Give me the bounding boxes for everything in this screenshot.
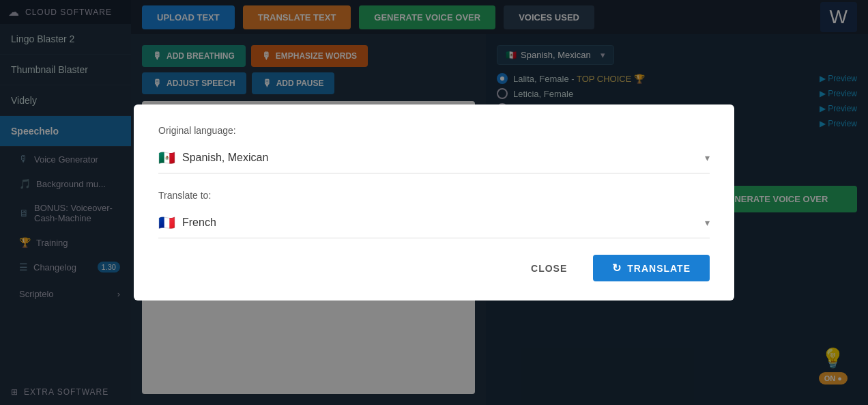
translate-modal: Original language: 🇲🇽 Spanish, Mexican ▾… <box>134 104 734 301</box>
translate-language-value: French <box>182 217 216 229</box>
original-language-value: Spanish, Mexican <box>182 152 268 164</box>
modal-original-label: Original language: <box>158 125 710 136</box>
original-language-select[interactable]: 🇲🇽 Spanish, Mexican ▾ <box>158 143 710 173</box>
modal-actions: CLOSE ↻ TRANSLATE <box>158 255 710 281</box>
modal-translate-label: Translate to: <box>158 190 710 201</box>
translate-flag: 🇫🇷 <box>158 214 175 231</box>
original-flag: 🇲🇽 <box>158 150 175 166</box>
modal-translate-button[interactable]: ↻ TRANSLATE <box>593 255 710 281</box>
modal-close-button[interactable]: CLOSE <box>515 255 583 281</box>
translate-language-select[interactable]: 🇫🇷 French ▾ <box>158 208 710 238</box>
spinner-icon: ↻ <box>612 262 622 275</box>
original-chevron-icon: ▾ <box>705 152 710 163</box>
modal-overlay[interactable]: Original language: 🇲🇽 Spanish, Mexican ▾… <box>0 0 868 405</box>
translate-chevron-icon: ▾ <box>705 217 710 228</box>
